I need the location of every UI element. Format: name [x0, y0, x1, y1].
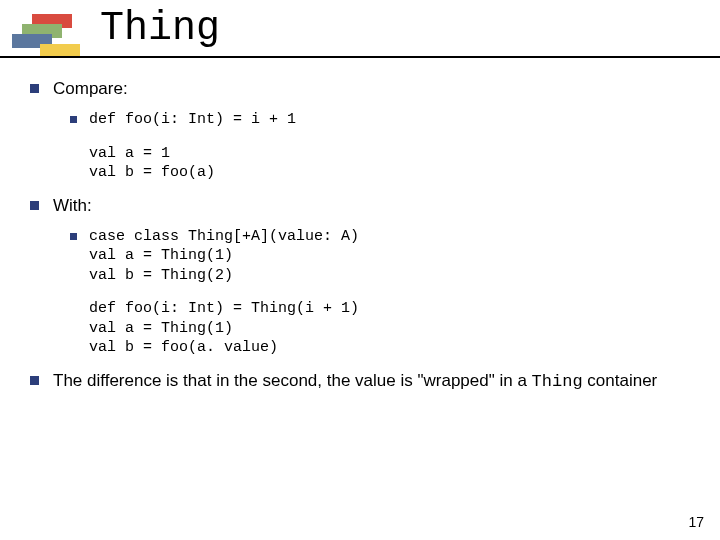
- with-code-1: case class Thing[+A](value: A) val a = T…: [89, 227, 700, 286]
- compare-code-2: val a = 1 val b = foo(a): [89, 144, 700, 183]
- slide-content: Compare: def foo(i: Int) = i + 1 val a =…: [30, 78, 700, 403]
- bullet-icon: [30, 201, 39, 210]
- bullet-icon: [30, 376, 39, 385]
- section-conclusion: The difference is that in the second, th…: [30, 370, 700, 393]
- bullet-icon: [70, 116, 77, 123]
- section-with-label: With:: [53, 195, 700, 217]
- slide-title: Thing: [100, 6, 220, 51]
- page-number: 17: [688, 514, 704, 530]
- section-with: With:: [30, 195, 700, 217]
- slide-logo: [10, 10, 72, 54]
- with-code-item: case class Thing[+A](value: A) val a = T…: [70, 227, 700, 286]
- bullet-icon: [30, 84, 39, 93]
- section-compare: Compare:: [30, 78, 700, 100]
- with-sub: case class Thing[+A](value: A) val a = T…: [70, 227, 700, 358]
- title-underline: [0, 56, 720, 58]
- conclusion-pre: The difference is that in the second, th…: [53, 371, 532, 390]
- section-compare-label: Compare:: [53, 78, 700, 100]
- compare-sub: def foo(i: Int) = i + 1 val a = 1 val b …: [70, 110, 700, 183]
- conclusion-post: container: [583, 371, 658, 390]
- conclusion-text: The difference is that in the second, th…: [53, 370, 700, 393]
- with-code-2: def foo(i: Int) = Thing(i + 1) val a = T…: [89, 299, 700, 358]
- conclusion-code: Thing: [532, 372, 583, 391]
- compare-code-item: def foo(i: Int) = i + 1: [70, 110, 700, 130]
- compare-code-1: def foo(i: Int) = i + 1: [89, 110, 700, 130]
- bullet-icon: [70, 233, 77, 240]
